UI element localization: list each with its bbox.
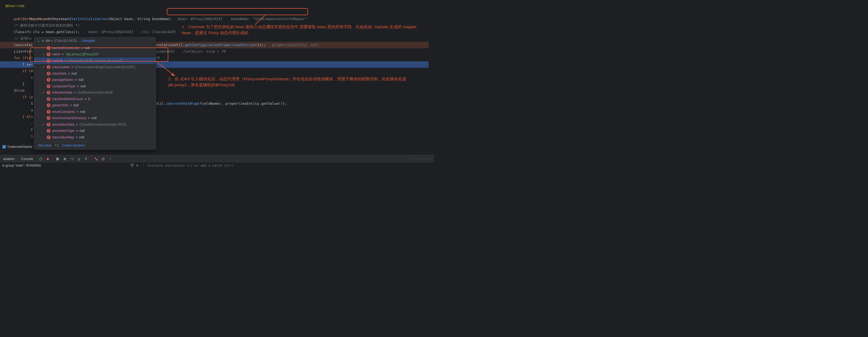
code: = bean.getClass(); xyxy=(39,30,80,34)
params: (Object bean, String beanName) xyxy=(107,17,171,21)
method-call: getConfigurationPropertiesEntity xyxy=(185,43,253,47)
field-icon: f xyxy=(47,65,51,69)
pause-icon[interactable] xyxy=(63,157,67,161)
field-icon: f xyxy=(47,59,51,63)
field-name: classData xyxy=(52,72,66,75)
method-call: concreteValWrap xyxy=(166,101,197,105)
inline-hint-bean: bean: $Proxy100@14431 xyxy=(178,17,222,21)
field-icon: f xyxy=(47,103,51,107)
var-cls: cls xyxy=(33,30,39,34)
field-row-packageName[interactable]: fpackageName = null xyxy=(34,77,156,83)
expand-icon[interactable]: › xyxy=(42,52,45,56)
field-row-enumConstants[interactable]: fenumConstants = null xyxy=(34,109,156,115)
tab-console[interactable]: Console xyxy=(18,155,36,162)
field-icon: f xyxy=(47,78,51,82)
expand-icon[interactable]: › xyxy=(42,91,45,94)
field-value: null xyxy=(85,46,90,50)
field-value: null xyxy=(80,84,86,88)
code: for (Fiel xyxy=(5,56,33,60)
code: } xyxy=(5,82,24,86)
evaluate-expression-input[interactable]: Evaluate expression (⏎) or add a watch (… xyxy=(147,164,234,167)
field-row-genericInfo[interactable]: fgenericInfo = null xyxy=(34,102,156,109)
step-out-icon[interactable] xyxy=(84,157,88,161)
field-icon: f xyxy=(47,84,51,88)
expand-icon[interactable]: › xyxy=(42,59,45,63)
tab-variables[interactable]: ariables xyxy=(0,155,18,162)
svg-point-16 xyxy=(110,159,111,160)
field-icon: f xyxy=(47,135,51,139)
field-row-classRedefinedCount[interactable]: fclassRedefinedCount = 0 xyxy=(34,96,156,102)
chevron-down-icon[interactable]: ▾ xyxy=(135,163,140,168)
infinity-icon: ∞ xyxy=(42,39,44,42)
callout-1: 1、Concrete 为了把实例化的 bean 都加入动态属性变更的监控中,需要… xyxy=(182,24,426,36)
code: if (M xyxy=(5,69,33,73)
field-row-componentType[interactable]: fcomponentType = null xyxy=(34,83,156,90)
expand-icon[interactable]: › xyxy=(42,65,45,69)
comment: /* 解析注解方式要求实时更新的属性 */ xyxy=(5,23,80,27)
field-row-reflectionData[interactable]: ›freflectionData = {SoftReference@14529} xyxy=(34,90,156,96)
field-name: reflectionData xyxy=(52,91,72,94)
code: ConcreteC xyxy=(5,43,33,47)
field-name: name xyxy=(52,52,60,56)
code: List<Fiel xyxy=(5,50,33,54)
inline-hint: bean: $Proxy100@14431 xyxy=(88,30,133,34)
svg-rect-3 xyxy=(2,145,6,148)
callout-2: 2、自 JDK9 引入模块化后，动态代理类（Proxy.newProxyInst… xyxy=(168,76,426,88)
set-value-link[interactable]: Set value xyxy=(38,144,52,147)
field-name: cachedConstructor xyxy=(52,46,80,50)
more-icon[interactable] xyxy=(108,157,112,161)
svg-point-14 xyxy=(110,158,111,158)
field-name: annotationType xyxy=(52,129,74,133)
variable-value: {Class@14425} xyxy=(54,39,77,42)
field-icon: f xyxy=(47,46,51,50)
collapse-icon[interactable]: ⌄ xyxy=(37,39,40,42)
filter-icon[interactable] xyxy=(130,163,134,168)
field-row-classData[interactable]: fclassData = null xyxy=(34,70,156,77)
resume-icon[interactable] xyxy=(56,157,60,161)
svg-point-8 xyxy=(79,160,79,161)
debug-toolbar: ariables Console xyxy=(0,155,434,162)
code: c xyxy=(5,75,33,80)
field-row-name[interactable]: ›fname = "jdk.proxy2.$Proxy100" xyxy=(34,51,156,58)
field-icon: f xyxy=(47,116,51,120)
current-line: f.set xyxy=(5,62,33,66)
field-icon: f xyxy=(47,123,51,126)
debugger-variable-popup[interactable]: ⌄ ∞ cls = {Class@14425} ... Navigate fca… xyxy=(34,37,156,150)
field-icon: f xyxy=(47,110,51,114)
field-name: enumConstantDirectory xyxy=(52,116,86,120)
annotation: @Override xyxy=(5,4,24,8)
mute-breakpoints-icon[interactable] xyxy=(101,157,105,161)
field-row-module[interactable]: ›fmodule = {Module@14528} "module jdk.pr… xyxy=(34,58,156,64)
run-config-label[interactable]: TrademarkStarter xyxy=(0,144,35,150)
field-row-cachedConstructor[interactable]: fcachedConstructor = null xyxy=(34,45,156,51)
throws: throws BeansException { xyxy=(5,17,71,21)
field-icon: f xyxy=(47,97,51,101)
stop-icon[interactable] xyxy=(45,157,50,161)
code: Class<?> xyxy=(5,30,33,34)
expand-icon[interactable]: › xyxy=(42,123,45,126)
code: S xyxy=(5,101,33,105)
field-value: {Module@14528} "module jdk.proxy2" xyxy=(68,59,123,63)
navigate-link[interactable]: ... Navigate xyxy=(79,39,95,42)
step-over-icon[interactable] xyxy=(70,157,74,161)
field-row-annotationData[interactable]: ›fannotationData = {Class$AnnotationData… xyxy=(34,121,156,128)
thread-status: in group "main": RUNNING xyxy=(0,164,43,167)
field-value: {ClassLoaders$AppClassLoader@14397} xyxy=(75,65,135,69)
code: C xyxy=(5,127,33,131)
field-row-enumConstantDirectory[interactable]: fenumConstantDirectory = null xyxy=(34,115,156,122)
app-icon xyxy=(2,145,6,149)
create-renderer-link[interactable]: Create renderer xyxy=(62,144,85,147)
rerun-icon[interactable] xyxy=(38,157,43,161)
view-breakpoints-icon[interactable] xyxy=(94,157,98,161)
field-name: classValueMap xyxy=(52,135,74,139)
inline-hint: fieldList: size = 70 xyxy=(183,50,225,54)
field-name: annotationData xyxy=(52,123,74,126)
field-row-classLoader[interactable]: ›fclassLoader = {ClassLoaders$AppClassLo… xyxy=(34,64,156,70)
svg-rect-4 xyxy=(47,158,49,160)
field-name: componentType xyxy=(52,84,75,88)
field-row-classValueMap[interactable]: fclassValueMap = null xyxy=(34,134,156,141)
code: (cls); xyxy=(253,43,266,47)
field-list[interactable]: fcachedConstructor = null›fname = "jdk.p… xyxy=(34,44,156,141)
field-row-annotationType[interactable]: fannotationType = null xyxy=(34,128,156,134)
step-into-icon[interactable] xyxy=(77,157,81,161)
